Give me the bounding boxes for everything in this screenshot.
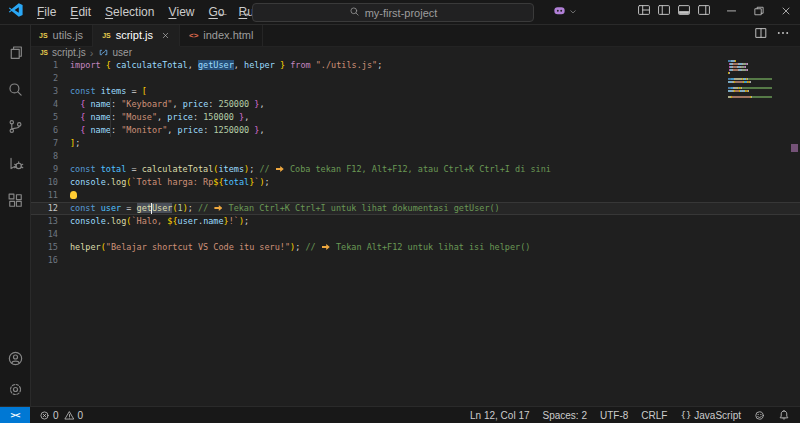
line-number: 1 bbox=[30, 59, 70, 72]
title-bar: FileEditSelectionViewGoRun ← → my-first-… bbox=[0, 0, 800, 25]
split-editor-icon bbox=[754, 26, 768, 43]
code-line-7[interactable]: 7]; bbox=[30, 137, 800, 150]
eol[interactable]: CRLF bbox=[641, 410, 667, 421]
back-button[interactable]: ← bbox=[216, 5, 229, 20]
search-icon bbox=[7, 81, 24, 98]
code-line-8[interactable]: 8 bbox=[30, 150, 800, 163]
forward-button[interactable]: → bbox=[238, 5, 251, 20]
pointing-hand-emoji bbox=[214, 205, 222, 211]
code-line-1[interactable]: 1import { calculateTotal, getUser, helpe… bbox=[30, 59, 800, 72]
code-line-5[interactable]: 5 { name: "Mouse", price: 150000 }, bbox=[30, 111, 800, 124]
code-line-11[interactable]: 11 bbox=[30, 189, 800, 202]
minimize-button[interactable] bbox=[718, 0, 745, 24]
chevron-down-icon bbox=[568, 3, 578, 21]
line-content: ]; bbox=[70, 137, 800, 150]
more-actions-button[interactable] bbox=[776, 26, 790, 44]
activity-source-control-button[interactable] bbox=[0, 108, 30, 145]
menu-edit[interactable]: Edit bbox=[63, 0, 98, 24]
code-line-6[interactable]: 6 { name: "Monitor", price: 1250000 }, bbox=[30, 124, 800, 137]
code-line-13[interactable]: 13console.log(`Halo, ${user.name}!`); bbox=[30, 215, 800, 228]
close-window-button[interactable] bbox=[772, 0, 799, 24]
line-number: 12 bbox=[30, 202, 70, 215]
cursor-position[interactable]: Ln 12, Col 17 bbox=[470, 410, 530, 421]
code-editor[interactable]: 1import { calculateTotal, getUser, helpe… bbox=[30, 59, 800, 407]
breadcrumb: JS script.js › user bbox=[30, 46, 800, 59]
menu-view[interactable]: View bbox=[161, 0, 201, 24]
activity-debug-button[interactable] bbox=[0, 145, 30, 182]
code-line-3[interactable]: 3const items = [ bbox=[30, 85, 800, 98]
window-controls bbox=[718, 0, 799, 24]
code-line-12[interactable]: 12const user = getUser(1); // Tekan Ctrl… bbox=[30, 202, 800, 215]
minimize-icon bbox=[725, 3, 738, 21]
encoding[interactable]: UTF-8 bbox=[600, 410, 628, 421]
menu-file[interactable]: File bbox=[30, 0, 63, 24]
activity-files-button[interactable] bbox=[0, 34, 30, 71]
tab-label: script.js bbox=[116, 29, 153, 41]
line-content bbox=[70, 150, 800, 163]
activity-search-button[interactable] bbox=[0, 71, 30, 108]
toggle-panel-button[interactable] bbox=[674, 0, 694, 24]
line-content bbox=[70, 72, 800, 85]
tab-label: utils.js bbox=[53, 29, 84, 41]
breadcrumb-symbol[interactable]: user bbox=[113, 47, 132, 58]
code-line-2[interactable]: 2 bbox=[30, 72, 800, 85]
close-tab-icon[interactable] bbox=[161, 31, 170, 40]
editor-actions bbox=[754, 24, 800, 46]
menu-selection[interactable]: Selection bbox=[98, 0, 161, 24]
notifications-button[interactable] bbox=[778, 409, 790, 421]
line-number: 4 bbox=[30, 98, 70, 111]
line-number: 13 bbox=[30, 215, 70, 228]
customize-layout-icon bbox=[637, 3, 651, 21]
sidebar-left-icon bbox=[657, 3, 671, 21]
command-center-label: my-first-project bbox=[365, 7, 438, 19]
feedback-button[interactable] bbox=[754, 410, 765, 421]
breadcrumb-file[interactable]: script.js bbox=[52, 47, 86, 58]
tab-label: index.html bbox=[203, 29, 253, 41]
restore-button[interactable] bbox=[745, 0, 772, 24]
activity-settings-button[interactable] bbox=[0, 374, 30, 405]
remote-indicator[interactable]: >< bbox=[0, 407, 30, 423]
panel-bottom-icon bbox=[677, 3, 691, 21]
activity-account-button[interactable] bbox=[0, 343, 30, 374]
indentation[interactable]: Spaces: 2 bbox=[543, 410, 587, 421]
tab-script-js[interactable]: JSscript.js bbox=[93, 24, 180, 46]
copilot-icon bbox=[552, 3, 567, 22]
activity-extensions-button[interactable] bbox=[0, 182, 30, 219]
toggle-sidebar-button[interactable] bbox=[654, 0, 674, 24]
line-content: const user = getUser(1); // Tekan Ctrl+K… bbox=[70, 202, 800, 215]
code-line-10[interactable]: 10console.log(`Total harga: Rp${total}`)… bbox=[30, 176, 800, 189]
indent-guide bbox=[110, 98, 111, 137]
language-mode[interactable]: {} JavaScript bbox=[680, 410, 741, 421]
tab-utils-js[interactable]: JSutils.js bbox=[30, 24, 93, 46]
tab-index-html[interactable]: <>index.html bbox=[180, 24, 263, 46]
html-file-icon: <> bbox=[189, 31, 198, 40]
code-line-15[interactable]: 15helper("Belajar shortcut VS Code itu s… bbox=[30, 241, 800, 254]
vscode-logo-icon bbox=[8, 2, 24, 22]
error-count: 0 bbox=[53, 410, 59, 421]
code-line-14[interactable]: 14 bbox=[30, 228, 800, 241]
ellipsis-icon bbox=[776, 26, 790, 43]
restore-icon bbox=[753, 3, 765, 21]
code-line-9[interactable]: 9const total = calculateTotal(items); //… bbox=[30, 163, 800, 176]
line-number: 11 bbox=[30, 189, 70, 202]
customize-layout-button[interactable] bbox=[634, 0, 654, 24]
code-line-4[interactable]: 4 { name: "Keyboard", price: 250000 }, bbox=[30, 98, 800, 111]
breadcrumb-separator: › bbox=[90, 48, 94, 58]
copilot-button[interactable] bbox=[552, 0, 578, 24]
toggle-secondary-sidebar-button[interactable] bbox=[694, 0, 714, 24]
command-center[interactable]: my-first-project bbox=[252, 3, 534, 22]
sidebar-right-icon bbox=[697, 3, 711, 21]
line-content: console.log(`Total harga: Rp${total}`); bbox=[70, 176, 800, 189]
line-number: 14 bbox=[30, 228, 70, 241]
split-editor-button[interactable] bbox=[754, 26, 768, 44]
problems-indicator[interactable]: 0 0 bbox=[39, 409, 83, 421]
code-line-16[interactable]: 16 bbox=[30, 254, 800, 267]
line-number: 7 bbox=[30, 137, 70, 150]
lightbulb-icon[interactable] bbox=[70, 191, 77, 199]
minimap[interactable] bbox=[728, 54, 772, 102]
pointing-hand-emoji bbox=[322, 244, 330, 250]
line-content: { name: "Monitor", price: 1250000 }, bbox=[70, 124, 800, 137]
pointing-hand-emoji bbox=[276, 166, 284, 172]
line-number: 16 bbox=[30, 254, 70, 267]
js-file-icon: JS bbox=[40, 49, 48, 56]
